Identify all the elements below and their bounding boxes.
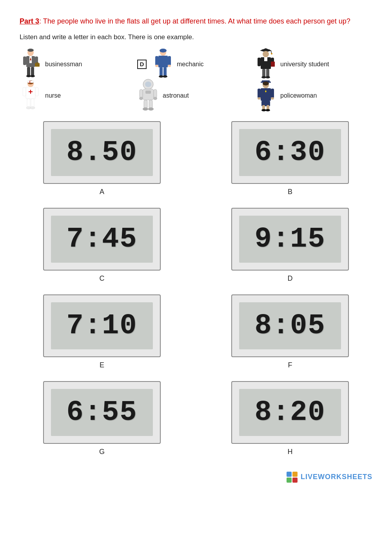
characters-grid: businessman D — [20, 51, 372, 109]
svg-rect-70 — [258, 89, 261, 98]
svg-point-27 — [271, 53, 272, 54]
clock-item-f: 8:05 F — [208, 294, 372, 369]
svg-rect-21 — [163, 67, 167, 76]
policewoman-icon — [256, 79, 276, 112]
character-nurse: nurse — [20, 82, 137, 109]
svg-point-1 — [27, 49, 34, 52]
clock-item-e: 7:10 E — [20, 294, 184, 369]
svg-rect-20 — [160, 67, 163, 76]
clock-inner-g: 6:55 — [51, 389, 153, 436]
svg-rect-47 — [35, 87, 38, 96]
clock-display-d: 9:15 — [231, 208, 349, 271]
clock-item-h: 8:20 H — [208, 381, 372, 456]
svg-rect-7 — [35, 63, 40, 67]
svg-point-23 — [163, 75, 167, 78]
svg-rect-56 — [140, 89, 143, 98]
logo-cell-4 — [292, 478, 298, 483]
mechanic-label: mechanic — [177, 61, 203, 68]
businessman-figure — [20, 51, 41, 78]
logo-cell-2 — [292, 472, 298, 477]
clock-display-g: 6:55 — [43, 381, 161, 444]
clock-time-b: 6:30 — [255, 136, 326, 169]
clock-inner-f: 8:05 — [239, 302, 341, 349]
logo-live-text: LIVE — [301, 473, 318, 481]
clock-display-a: 8.50 — [43, 121, 161, 184]
clock-display-e: 7:10 — [43, 294, 161, 357]
character-astronaut: astronaut — [137, 82, 255, 109]
svg-point-53 — [145, 82, 151, 87]
svg-rect-30 — [264, 57, 267, 61]
svg-rect-34 — [262, 69, 265, 77]
clock-time-f: 8:05 — [255, 310, 326, 342]
svg-point-59 — [153, 97, 157, 100]
clock-inner-b: 6:30 — [239, 129, 341, 176]
clock-display-h: 8:20 — [231, 381, 349, 444]
svg-rect-68 — [261, 88, 271, 101]
liveworksheets-logo-grid — [287, 472, 298, 483]
clock-item-g: 6:55 G — [20, 381, 184, 456]
logo-cell-3 — [287, 478, 292, 483]
clock-display-b: 6:30 — [231, 121, 349, 184]
astronaut-icon — [138, 79, 158, 112]
svg-point-62 — [143, 107, 148, 111]
svg-rect-48 — [27, 99, 30, 107]
svg-rect-46 — [23, 87, 26, 96]
policewoman-figure — [255, 82, 276, 109]
svg-point-18 — [155, 65, 158, 67]
svg-rect-8 — [36, 62, 38, 64]
clock-time-g: 6:55 — [67, 396, 138, 429]
svg-rect-17 — [168, 56, 171, 65]
clock-label-d: D — [288, 274, 293, 283]
clock-label-f: F — [288, 361, 292, 369]
part-text: : The people who live in the flats all g… — [39, 17, 350, 25]
clock-label-a: A — [100, 188, 104, 196]
listen-instruction: Listen and write a letter in each box. T… — [20, 33, 372, 41]
svg-rect-57 — [154, 89, 157, 98]
nurse-icon — [21, 80, 40, 111]
part-label: Part 3 — [20, 17, 39, 25]
svg-rect-5 — [23, 56, 26, 65]
svg-point-72 — [258, 97, 261, 100]
policewoman-label: policewoman — [280, 92, 317, 99]
clock-time-c: 7:45 — [67, 223, 138, 255]
svg-point-12 — [30, 75, 35, 77]
svg-rect-10 — [31, 67, 34, 76]
clock-time-e: 7:10 — [67, 310, 138, 342]
logo-cell-1 — [287, 472, 292, 477]
astronaut-label: astronaut — [163, 92, 189, 99]
clock-item-a: 8.50 A — [20, 121, 184, 196]
mechanic-figure — [152, 51, 174, 78]
clock-label-g: G — [99, 448, 105, 456]
clock-item-d: 9:15 D — [208, 208, 372, 283]
svg-point-19 — [168, 65, 171, 67]
svg-point-63 — [148, 107, 154, 111]
svg-point-28 — [263, 51, 269, 57]
svg-rect-15 — [158, 56, 168, 67]
svg-rect-9 — [27, 67, 30, 76]
clocks-grid: 8.50 A 6:30 B 7:45 C 9:15 D — [20, 121, 372, 456]
svg-point-73 — [271, 97, 274, 100]
clock-label-h: H — [288, 448, 293, 456]
character-businessman: businessman — [20, 51, 137, 78]
astronaut-figure — [137, 82, 159, 109]
businessman-label: businessman — [45, 61, 82, 68]
svg-rect-71 — [271, 89, 274, 98]
clock-inner-a: 8.50 — [51, 129, 153, 176]
university-student-figure — [255, 51, 276, 78]
mechanic-icon — [153, 49, 173, 80]
clock-label-c: C — [100, 274, 105, 283]
clock-item-c: 7:45 C — [20, 208, 184, 283]
clock-inner-e: 7:10 — [51, 302, 153, 349]
clock-item-b: 6:30 B — [208, 121, 372, 196]
svg-rect-60 — [144, 100, 147, 109]
character-university-student: university student — [255, 51, 372, 78]
university-student-label: university student — [280, 61, 329, 68]
svg-point-58 — [139, 97, 143, 100]
character-policewoman: policewoman — [255, 82, 372, 109]
clock-inner-h: 8:20 — [239, 389, 341, 436]
clock-label-b: B — [288, 188, 292, 196]
svg-rect-16 — [155, 56, 158, 65]
svg-rect-49 — [31, 99, 34, 107]
svg-point-51 — [30, 107, 35, 109]
svg-rect-35 — [266, 69, 269, 77]
